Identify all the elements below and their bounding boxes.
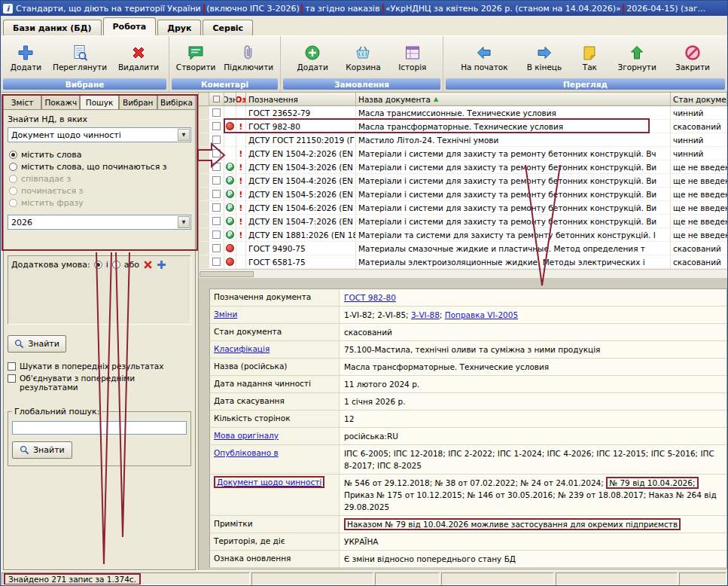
- detail-value-link[interactable]: 3-VІ-88: [411, 310, 440, 319]
- row-select-cell[interactable]: [209, 147, 224, 160]
- main-tab[interactable]: Робота: [103, 17, 157, 35]
- row-select-cell[interactable]: [209, 188, 224, 200]
- toolbar-button[interactable]: Так: [577, 41, 602, 74]
- row-select-cell[interactable]: [209, 228, 224, 241]
- match-option[interactable]: містить слова, що починаються з: [9, 160, 191, 172]
- match-option[interactable]: містить фразу: [9, 197, 191, 209]
- detail-label[interactable]: Зміни: [214, 310, 237, 319]
- main-tab[interactable]: Бази даних (БД): [3, 20, 102, 35]
- header-designation[interactable]: Позначення: [246, 93, 356, 105]
- row-select-cell[interactable]: [209, 174, 224, 187]
- row-select-cell[interactable]: [209, 201, 224, 214]
- comment-bubble-icon: [187, 44, 205, 62]
- toolbar-button[interactable]: Закрити: [672, 41, 713, 74]
- sidebar-tab[interactable]: Покажч: [41, 94, 80, 109]
- search-in-previous-checkbox[interactable]: Шукати в попередніх результатах: [8, 362, 191, 371]
- table-row[interactable]: P!ДСТУ EN 1504-6:2026 (ENМатеріали і сис…: [199, 201, 727, 215]
- chevron-down-icon[interactable]: ▼: [178, 129, 190, 141]
- match-option[interactable]: співпадає з: [9, 172, 191, 185]
- row-change-mark: !: [236, 120, 246, 133]
- toolbar-button[interactable]: Корзина: [343, 41, 383, 74]
- scrollbar-thumb[interactable]: [200, 271, 254, 277]
- detail-label[interactable]: Документ щодо чинності: [214, 476, 324, 488]
- remove-condition-icon[interactable]: [143, 260, 153, 270]
- detail-label: Територія, де діє: [214, 536, 285, 545]
- match-option[interactable]: містить слова: [9, 148, 191, 160]
- table-row[interactable]: P!ДСТУ EN 1881:2026 (EN 18Матеріали та с…: [199, 228, 727, 242]
- detail-label: Ознака оновлення: [214, 554, 291, 563]
- sidebar-tab[interactable]: Вибран: [119, 94, 157, 109]
- row-select-cell[interactable]: [209, 255, 224, 268]
- detail-row: ПриміткиНаказом № 79 від 10.04.2026 можл…: [210, 516, 726, 533]
- table-row[interactable]: P!ДСТУ EN 1504-3:2026 (ENМатеріали і сис…: [199, 160, 727, 174]
- table-row[interactable]: !ДСТУ EN 1504-2:2026 (ENМатеріали і сист…: [199, 147, 727, 160]
- row-change-mark: [236, 255, 246, 268]
- header-state[interactable]: Стан докумен: [671, 93, 727, 105]
- global-find-button[interactable]: Знайти: [12, 441, 72, 459]
- row-designation: ДСТУ EN 1504-7:2026 (EN: [246, 215, 356, 227]
- global-search-input[interactable]: [12, 421, 187, 435]
- table-row[interactable]: ГОСТ 6581-75Материалы электроизоляционны…: [199, 255, 727, 269]
- extra-condition-panel: Додаткова умова: і або: [8, 255, 191, 325]
- select-all-icon: [213, 96, 220, 102]
- chevron-down-icon[interactable]: ▼: [178, 216, 190, 228]
- header-select[interactable]: [209, 93, 224, 105]
- info-icon: і: [3, 4, 13, 14]
- add-plus-icon: [17, 44, 35, 62]
- detail-row: Дата надання чинності11 лютого 2024 р.: [210, 376, 726, 393]
- toolbar-button[interactable]: Згорнути: [614, 41, 659, 74]
- horizontal-scrollbar[interactable]: [199, 269, 727, 278]
- row-select-cell[interactable]: [209, 120, 224, 133]
- table-row[interactable]: ДСТУ ГОСТ 21150:2019 (ГМастило Літол-24.…: [199, 133, 727, 147]
- row-select-cell[interactable]: [209, 160, 224, 173]
- value-select[interactable]: 2026 ▼: [8, 215, 191, 230]
- match-option[interactable]: починається з: [9, 185, 191, 197]
- detail-label[interactable]: Опубліковано в: [214, 448, 279, 457]
- row-select-cell[interactable]: [209, 215, 224, 227]
- toolbar-button[interactable]: Створити: [173, 41, 219, 74]
- table-row[interactable]: P!ДСТУ EN 1504-7:2026 (ENМатеріали і сис…: [199, 215, 727, 228]
- toolbar-button[interactable]: Підключити: [221, 41, 276, 74]
- table-row[interactable]: ГОСТ 23652-79Масла трансмиссионные. Техн…: [199, 106, 727, 120]
- detail-value-cell: ГОСТ 982-80: [340, 289, 726, 306]
- main-tab[interactable]: Друк: [157, 20, 201, 35]
- sidebar-tab[interactable]: Вибірка: [157, 94, 196, 109]
- table-row[interactable]: P!ДСТУ EN 1504-5:2026 (ENМатеріали і сис…: [199, 188, 727, 201]
- checkbox-label: Шукати в попередніх результатах: [20, 362, 164, 371]
- row-designation: ДСТУ EN 1504-2:2026 (EN: [246, 147, 356, 160]
- toolbar-button[interactable]: Додати: [8, 41, 44, 74]
- detail-label[interactable]: Мова оригіналу: [214, 431, 279, 440]
- merge-with-previous-checkbox[interactable]: Об'єднувати з попередніми результатами: [8, 374, 191, 392]
- sidebar-tab[interactable]: Зміст: [3, 94, 41, 109]
- toolbar-button[interactable]: Додати: [294, 41, 331, 74]
- header-doc-name[interactable]: Назва документа▲: [356, 93, 671, 105]
- detail-value-link[interactable]: ГОСТ 982-80: [344, 293, 396, 302]
- header-mark[interactable]: Оз: [236, 93, 246, 105]
- row-select-cell[interactable]: [209, 242, 224, 255]
- table-row[interactable]: ГОСТ 9490-75Материалы смазочные жидкие и…: [199, 242, 727, 255]
- panel-splitter[interactable]: [199, 278, 727, 288]
- add-condition-icon[interactable]: [157, 260, 166, 270]
- detail-value-link[interactable]: Поправка VІ-2005: [445, 310, 518, 319]
- detail-label[interactable]: Класифікація: [214, 344, 270, 353]
- toolbar-button[interactable]: Історія: [395, 41, 429, 74]
- project-dot-icon: P: [226, 203, 234, 212]
- row-select-cell[interactable]: [209, 133, 224, 146]
- or-radio[interactable]: [112, 261, 120, 269]
- field-select[interactable]: Документ щодо чинності ▼: [8, 127, 191, 142]
- main-tab[interactable]: Сервіс: [203, 20, 253, 35]
- toolbar-button[interactable]: Видалити: [115, 41, 162, 74]
- detail-label-cell: Дата надання чинності: [210, 376, 340, 392]
- toolbar-button[interactable]: На початок: [458, 41, 510, 74]
- table-row[interactable]: P!ДСТУ EN 1504-4:2026 (ENМатеріали і сис…: [199, 174, 727, 188]
- and-radio[interactable]: [94, 261, 102, 269]
- toolbar-button[interactable]: Переглянути: [50, 41, 110, 74]
- window-title: Стандарти, що діють на території України…: [16, 4, 705, 14]
- toolbar-button[interactable]: В кінець: [524, 41, 565, 74]
- sidebar-tab[interactable]: Пошук: [80, 94, 118, 109]
- find-button[interactable]: Знайти: [8, 335, 66, 353]
- header-status[interactable]: Озн: [224, 93, 236, 105]
- detail-value-text: Масла трансформаторные. Технические усло…: [344, 362, 549, 371]
- row-select-cell[interactable]: [209, 106, 224, 119]
- table-row[interactable]: !ГОСТ 982-80Масла трансформаторные. Техн…: [199, 120, 727, 133]
